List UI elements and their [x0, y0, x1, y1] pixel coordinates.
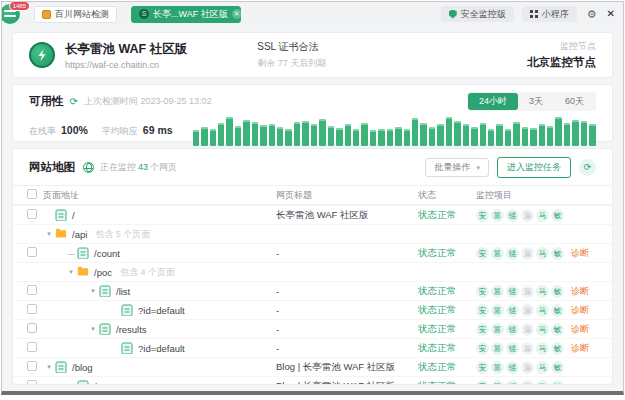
uptime-bar — [581, 121, 587, 146]
table-row: —/count-状态正常安篡链漏马敏诊断 — [13, 243, 612, 262]
uptime-bar — [412, 118, 418, 146]
enter-monitor-task-button[interactable]: 进入监控任务 — [497, 157, 571, 178]
table-refresh-icon[interactable]: ⟳ — [579, 159, 596, 176]
uptime-bar — [328, 126, 334, 146]
page-path[interactable]: /blog — [72, 362, 93, 373]
refresh-icon[interactable]: ⟳ — [70, 96, 78, 107]
uptime-bar — [463, 124, 469, 146]
page-path[interactable]: / — [94, 381, 97, 385]
sitemap-card: 网站地图 正在监控43个网页 批量操作 ▾ 进入监控任务 ⟳ 页面地址 — [12, 148, 613, 385]
monitor-item-badge: 马 — [536, 342, 549, 355]
settings-gear-icon[interactable]: ⚙ — [587, 9, 597, 20]
range-chip[interactable]: 24小时 — [468, 93, 518, 110]
row-checkbox[interactable] — [27, 342, 37, 352]
page-path[interactable]: /count — [94, 248, 120, 259]
ssl-expiry: 剩余 77 天后到期 — [257, 57, 326, 70]
shield-icon — [449, 10, 457, 19]
select-all-checkbox[interactable] — [27, 189, 37, 199]
diagnose-link[interactable]: 诊断 — [571, 323, 589, 336]
page-path[interactable]: /list — [116, 286, 130, 297]
diagnose-link[interactable]: 诊断 — [571, 342, 589, 355]
monitor-item-badge: 链 — [506, 209, 519, 222]
range-chip[interactable]: 3天 — [518, 93, 554, 110]
security-monitor-button[interactable]: 安全监控版 — [441, 6, 514, 22]
security-monitor-label: 安全监控版 — [461, 8, 506, 21]
page-icon — [77, 380, 89, 384]
diagnose-link[interactable]: 诊断 — [571, 247, 589, 260]
table-row: ?id=default-状态正常安篡链漏马敏诊断 — [13, 300, 612, 319]
tree-collapse-icon[interactable]: ▾ — [43, 230, 55, 238]
page-path[interactable]: ?id=default — [138, 305, 185, 316]
status-badge: 状态正常 — [418, 342, 456, 353]
tab-label: 长亭...WAF 社区版 — [153, 8, 228, 21]
monitor-item-badge: 链 — [506, 247, 519, 260]
status-badge: 状态正常 — [418, 361, 456, 372]
table-row: ▾/results-状态正常安篡链漏马敏诊断 — [13, 319, 612, 338]
col-status: 状态 — [418, 189, 476, 202]
page-path[interactable]: /api — [72, 229, 87, 240]
tab-close-icon[interactable]: ✕ — [232, 9, 242, 19]
monitor-item-badge: 篡 — [491, 247, 504, 260]
monitor-node-value[interactable]: 北京监控节点 — [527, 55, 596, 70]
range-switcher: 24小时3天60天 — [467, 92, 596, 111]
uptime-bar — [420, 123, 426, 146]
col-page-title: 网页标题 — [276, 189, 418, 202]
uptime-bar — [564, 123, 570, 146]
online-rate-value: 100% — [61, 124, 88, 136]
diagnose-link[interactable]: 诊断 — [571, 285, 589, 298]
uptime-bar — [505, 129, 511, 146]
uptime-bar — [437, 124, 443, 146]
tab-baichuan[interactable]: 百川网站检测 — [34, 6, 117, 23]
page-path[interactable]: / — [72, 210, 75, 221]
page-title: - — [276, 324, 418, 335]
main-content: 长亭雷池 WAF 社区版 https://waf-ce.chaitin.cn S… — [2, 26, 623, 391]
page-path[interactable]: /poc — [94, 267, 112, 278]
mini-program-button[interactable]: 小程序 — [522, 6, 577, 22]
monitor-item-badge: 安 — [476, 304, 489, 317]
batch-actions-select[interactable]: 批量操作 ▾ — [425, 158, 489, 177]
row-checkbox[interactable] — [27, 209, 37, 219]
row-checkbox[interactable] — [27, 285, 37, 295]
app-logo[interactable]: 1485 — [1, 4, 20, 24]
page-title: Blog | 长亭雷池 WAF 社区版 — [276, 361, 418, 374]
tab-safeline-active[interactable]: S 长亭...WAF 社区版 ✕ — [131, 6, 241, 23]
row-checkbox[interactable] — [27, 304, 37, 314]
row-checkbox[interactable] — [27, 380, 37, 384]
chevron-down-icon: ▾ — [476, 164, 480, 172]
monitor-item-badge: 安 — [476, 323, 489, 336]
monitor-item-badge: 漏 — [521, 247, 534, 260]
tree-collapse-icon[interactable]: ▾ — [43, 363, 55, 371]
tree-collapse-icon[interactable]: ▾ — [87, 325, 99, 333]
uptime-bar — [589, 124, 595, 146]
uptime-bar — [235, 126, 241, 146]
monitor-item-badge: 篡 — [491, 380, 504, 385]
sitemap-table: 页面地址 网页标题 状态 监控项目 /长亭雷池 WAF 社区版状态正常安篡链漏马… — [13, 185, 612, 384]
monitor-item-badge: 安 — [476, 209, 489, 222]
uptime-bar — [572, 120, 578, 146]
uptime-bar — [513, 122, 519, 146]
site-header-card: 长亭雷池 WAF 社区版 https://waf-ce.chaitin.cn S… — [12, 32, 613, 78]
monitor-node-label: 监控节点 — [527, 40, 596, 53]
monitor-item-badge: 篡 — [491, 285, 504, 298]
tree-collapse-icon[interactable]: ▾ — [65, 268, 77, 276]
uptime-bar — [496, 124, 502, 146]
last-check-time: 上次检测时间 2023-09-25 13:02 — [84, 95, 212, 108]
status-badge: 状态正常 — [418, 323, 456, 334]
row-checkbox[interactable] — [27, 247, 37, 257]
col-monitor-items: 监控项目 — [476, 189, 612, 202]
page-path[interactable]: /results — [116, 324, 147, 335]
site-url[interactable]: https://waf-ce.chaitin.cn — [65, 60, 187, 70]
uptime-bar — [378, 129, 384, 146]
range-chip[interactable]: 60天 — [554, 93, 595, 110]
diagnose-link[interactable]: 诊断 — [571, 304, 589, 317]
row-checkbox[interactable] — [27, 323, 37, 333]
uptime-bar — [387, 129, 393, 146]
uptime-bar — [201, 127, 207, 146]
page-path[interactable]: ?id=default — [138, 343, 185, 354]
row-checkbox[interactable] — [27, 361, 37, 371]
monitor-item-badge: 漏 — [521, 342, 534, 355]
window-close-icon[interactable]: ✕ — [607, 9, 615, 19]
tree-collapse-icon[interactable]: ▾ — [87, 287, 99, 295]
status-badge: 状态正常 — [418, 304, 456, 315]
folder-icon — [77, 266, 89, 278]
